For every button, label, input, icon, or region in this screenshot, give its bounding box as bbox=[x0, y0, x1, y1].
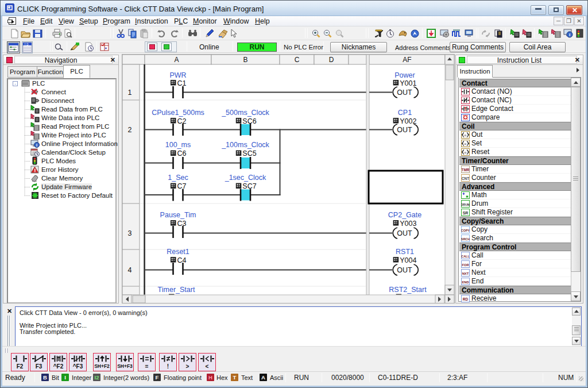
svg-text:B: B bbox=[243, 56, 247, 64]
svg-text:SR: SR bbox=[463, 211, 469, 215]
svg-text:RD: RD bbox=[463, 297, 469, 301]
svg-text:1: 1 bbox=[128, 89, 132, 97]
svg-text:_1sec_Clock: _1sec_Clock bbox=[225, 174, 266, 182]
svg-text:SC7: SC7 bbox=[242, 182, 256, 190]
svg-text:C3: C3 bbox=[177, 220, 186, 228]
svg-text:C7: C7 bbox=[177, 182, 186, 190]
svg-text:i: i bbox=[569, 32, 570, 37]
svg-text:Y D: Y D bbox=[24, 43, 29, 46]
svg-text:4: 4 bbox=[128, 266, 132, 274]
svg-text:AF: AF bbox=[403, 56, 411, 64]
svg-text:C1: C1 bbox=[177, 79, 186, 87]
svg-text:SC5: SC5 bbox=[242, 149, 256, 157]
svg-text:Pause_Tim: Pause_Tim bbox=[160, 211, 196, 219]
svg-text:RST2_Start: RST2_Start bbox=[389, 286, 427, 294]
svg-text:3: 3 bbox=[128, 229, 132, 237]
svg-text:100_ms: 100_ms bbox=[165, 141, 191, 149]
svg-text:PWR: PWR bbox=[169, 71, 186, 79]
svg-text:_500ms_Clock: _500ms_Clock bbox=[221, 109, 269, 117]
svg-text:Y003: Y003 bbox=[400, 220, 416, 228]
svg-text:OUT: OUT bbox=[397, 126, 412, 134]
svg-text:CNT: CNT bbox=[462, 176, 469, 180]
svg-text:CALL: CALL bbox=[461, 255, 470, 258]
svg-text:C: C bbox=[295, 56, 300, 64]
svg-text:Y002: Y002 bbox=[400, 117, 416, 125]
svg-text:NXT: NXT bbox=[462, 272, 469, 275]
svg-text:2: 2 bbox=[128, 126, 132, 134]
svg-text:TMR: TMR bbox=[461, 168, 469, 172]
svg-text:END: END bbox=[462, 281, 469, 284]
svg-text:Timer_Start: Timer_Start bbox=[158, 286, 195, 294]
svg-text:Y001: Y001 bbox=[400, 79, 416, 87]
svg-text:1_Sec: 1_Sec bbox=[168, 174, 188, 182]
svg-text:Reset1: Reset1 bbox=[167, 248, 189, 256]
svg-text:FOR: FOR bbox=[462, 263, 469, 267]
svg-text:CPulse1_500ms: CPulse1_500ms bbox=[152, 109, 204, 117]
svg-text:DRUM: DRUM bbox=[461, 203, 470, 206]
svg-text:RST1: RST1 bbox=[396, 248, 414, 256]
svg-text:CP2_Gate: CP2_Gate bbox=[388, 211, 421, 219]
svg-text:D: D bbox=[329, 56, 334, 64]
svg-text:OUT: OUT bbox=[397, 229, 412, 237]
svg-text:OUT: OUT bbox=[397, 266, 412, 274]
svg-text:SRCH: SRCH bbox=[461, 237, 470, 241]
svg-text:_100ms_Clock: _100ms_Clock bbox=[221, 141, 269, 149]
svg-text:C2: C2 bbox=[177, 117, 186, 125]
svg-text:COPY: COPY bbox=[461, 229, 470, 232]
svg-text:C4: C4 bbox=[177, 256, 186, 264]
svg-text:SC6: SC6 bbox=[242, 117, 256, 125]
svg-text:Power: Power bbox=[394, 71, 415, 79]
svg-text:C6: C6 bbox=[177, 149, 186, 157]
svg-text:Y004: Y004 bbox=[400, 256, 416, 264]
svg-text:A: A bbox=[174, 56, 179, 64]
svg-text:CP1: CP1 bbox=[398, 109, 412, 117]
svg-text:OUT: OUT bbox=[397, 89, 412, 97]
